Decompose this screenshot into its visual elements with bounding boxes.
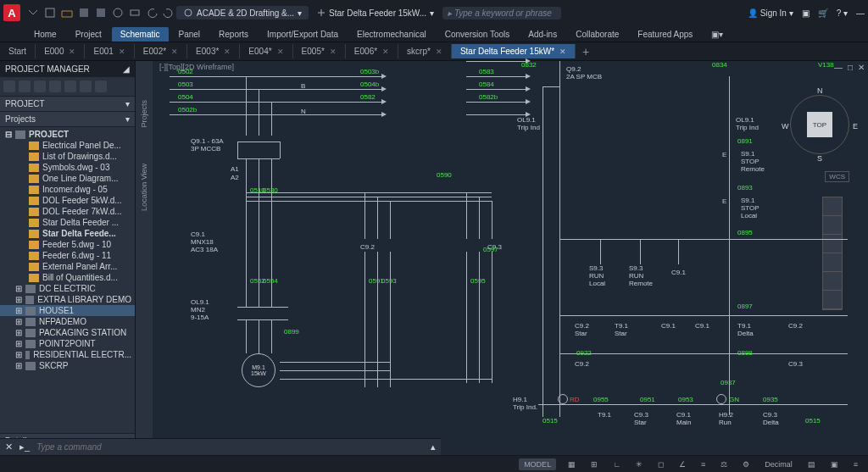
cart-icon[interactable]: 🛒: [818, 8, 828, 18]
tree-node[interactable]: Feeder 6.dwg - 11: [0, 250, 135, 261]
new-tab-button[interactable]: +: [576, 45, 596, 58]
clean-screen-icon[interactable]: ▣: [827, 459, 842, 469]
close-icon[interactable]: ✕: [5, 441, 13, 453]
ribbon-tab-featured-apps[interactable]: Featured Apps: [629, 27, 701, 42]
ortho-toggle[interactable]: ∟: [609, 459, 624, 469]
tree-node[interactable]: Bill of Quantities.d...: [0, 272, 135, 283]
ribbon-tab-schematic[interactable]: Schematic: [112, 27, 169, 42]
close-icon[interactable]: ✕: [171, 47, 178, 56]
workspace-switch[interactable]: ⚙: [739, 459, 753, 469]
ribbon-tab-reports[interactable]: Reports: [210, 27, 257, 42]
tree-node[interactable]: ⊞ POINT2POINT: [0, 338, 135, 349]
ribbon-tab-home[interactable]: Home: [25, 27, 65, 42]
command-line[interactable]: ✕ ▸_ ▴: [0, 438, 441, 455]
snap-toggle[interactable]: ⊞: [587, 459, 601, 469]
help-icon[interactable]: ? ▾: [837, 8, 848, 18]
doc-tab[interactable]: E005*✕: [293, 44, 346, 58]
tree-node[interactable]: ⊞ NFPADEMO: [0, 316, 135, 327]
expand-icon[interactable]: ⊞: [15, 284, 22, 293]
close-icon[interactable]: ✕: [224, 47, 231, 56]
ribbon-tab-panel[interactable]: Panel: [170, 27, 209, 42]
pm-open-icon[interactable]: [19, 81, 31, 92]
undo-icon[interactable]: [146, 7, 158, 19]
vtab-projects[interactable]: Projects: [138, 95, 150, 133]
expand-icon[interactable]: ⊞: [15, 317, 22, 326]
saveas-icon[interactable]: [95, 7, 107, 19]
doc-tab[interactable]: E000✕: [36, 44, 85, 58]
doc-tab-start[interactable]: Start: [0, 44, 36, 58]
tree-node[interactable]: ⊞ EXTRA LIBRARY DEMO: [0, 294, 135, 305]
ribbon-tab-addins[interactable]: Add-ins: [520, 27, 565, 42]
command-menu-icon[interactable]: ▴: [431, 441, 436, 453]
modelspace-button[interactable]: MODEL: [519, 458, 556, 470]
doc-tab[interactable]: E001✕: [85, 44, 134, 58]
tree-node[interactable]: DOL Feeder 7kW.d...: [0, 206, 135, 217]
grid-toggle[interactable]: ▦: [565, 459, 579, 469]
tree-node[interactable]: ⊞ DC ELECTRIC: [0, 283, 135, 294]
tree-node[interactable]: DOL Feeder 5kW.d...: [0, 195, 135, 206]
lineweight-toggle[interactable]: ≡: [698, 459, 709, 469]
expand-icon[interactable]: ⊞: [15, 339, 22, 348]
share-icon[interactable]: [317, 8, 326, 17]
units-label[interactable]: Decimal: [761, 459, 796, 469]
status-menu[interactable]: ≡: [850, 459, 861, 469]
doc-tab[interactable]: Star Delta Feeder 15kW*✕: [452, 44, 576, 58]
cloud-icon[interactable]: [112, 7, 124, 19]
close-icon[interactable]: ✕: [330, 47, 337, 56]
autodesk-app-icon[interactable]: ▣: [802, 8, 810, 18]
pm-refresh-icon[interactable]: [34, 81, 46, 92]
expand-icon[interactable]: ⊞: [15, 295, 22, 304]
tree-node[interactable]: Symbols.dwg - 03: [0, 162, 135, 173]
panel-close-icon[interactable]: ◢: [123, 64, 130, 74]
pm-publish-icon[interactable]: [49, 81, 61, 92]
window-minimize[interactable]: —: [856, 8, 865, 18]
help-search[interactable]: ▸ Type a keyword or phrase: [442, 7, 561, 19]
workspace-switcher[interactable]: ACADE & 2D Drafting &... ▾: [176, 6, 309, 19]
close-icon[interactable]: ✕: [69, 47, 75, 56]
drawing-canvas[interactable]: [-][Top][2D Wireframe] — □ ✕ N S E W TOP…: [153, 61, 868, 455]
polar-toggle[interactable]: ✳: [632, 459, 646, 469]
doc-tab[interactable]: E004*✕: [240, 44, 292, 58]
tree-node[interactable]: Star Delta Feede...: [0, 228, 135, 239]
tree-node[interactable]: Incomer.dwg - 05: [0, 184, 135, 195]
tree-node[interactable]: ⊞ HOUSE1: [0, 305, 135, 316]
ribbon-tab-project[interactable]: Project: [67, 27, 110, 42]
expand-icon[interactable]: ⊞: [15, 328, 22, 337]
open-icon[interactable]: [61, 7, 73, 19]
tree-node[interactable]: ⊞ RESIDENTIAL ELECTR...: [0, 349, 135, 360]
save-icon[interactable]: [78, 7, 90, 19]
ribbon-tab-electromechanical[interactable]: Electromechanical: [348, 27, 435, 42]
app-logo[interactable]: A: [3, 4, 20, 21]
expand-icon[interactable]: ⊟: [5, 130, 12, 139]
doc-tab[interactable]: skcrp*✕: [398, 44, 452, 58]
ribbon-tab-conversion[interactable]: Conversion Tools: [437, 27, 519, 42]
close-icon[interactable]: ✕: [559, 47, 566, 56]
tree-node[interactable]: One Line Diagram...: [0, 173, 135, 184]
tree-node[interactable]: ⊞ PACKAGING STATION: [0, 327, 135, 338]
pm-help-icon[interactable]: [95, 81, 107, 92]
tree-node[interactable]: Star Delta Feeder ...: [0, 217, 135, 228]
vtab-location-view[interactable]: Location View: [138, 158, 150, 216]
expand-icon[interactable]: ⊞: [15, 350, 22, 359]
ribbon-tab-collaborate[interactable]: Collaborate: [567, 27, 627, 42]
pm-zip-icon[interactable]: [80, 81, 92, 92]
command-input[interactable]: [36, 442, 376, 452]
close-icon[interactable]: ✕: [382, 47, 389, 56]
pm-plot-icon[interactable]: [64, 81, 76, 92]
project-tree[interactable]: ⊟ PROJECTElectrical Panel De...List of D…: [0, 127, 135, 433]
customize-icon[interactable]: ▤: [804, 459, 819, 469]
tree-node[interactable]: External Panel Arr...: [0, 261, 135, 272]
expand-icon[interactable]: ⊞: [15, 361, 22, 370]
close-icon[interactable]: ✕: [277, 47, 284, 56]
pm-new-icon[interactable]: [3, 81, 15, 92]
close-icon[interactable]: ✕: [119, 47, 125, 56]
tree-node[interactable]: ⊟ PROJECT: [0, 129, 135, 140]
tree-node[interactable]: ⊞ SKCRP: [0, 360, 135, 371]
pm-project-dropdown[interactable]: PROJECT▾: [0, 97, 135, 112]
annotation-scale[interactable]: ⚖: [717, 459, 731, 469]
ribbon-tab-import-export[interactable]: Import/Export Data: [259, 27, 347, 42]
expand-icon[interactable]: ⊞: [15, 306, 22, 315]
tree-node[interactable]: Electrical Panel De...: [0, 140, 135, 151]
close-icon[interactable]: ✕: [436, 47, 442, 56]
chevron-down-icon[interactable]: ▾: [430, 8, 434, 18]
